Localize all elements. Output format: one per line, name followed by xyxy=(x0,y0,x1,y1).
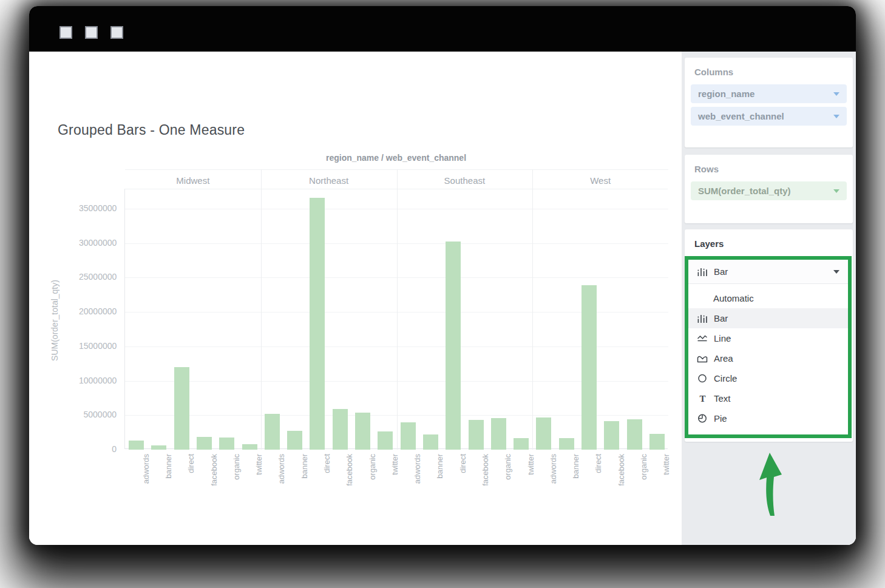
x-tick-label: direct xyxy=(458,454,468,493)
chevron-down-icon xyxy=(833,270,839,274)
bar[interactable] xyxy=(242,444,257,450)
x-tick-label: direct xyxy=(322,454,332,493)
window-control-button[interactable] xyxy=(59,26,72,39)
bar[interactable] xyxy=(333,409,348,450)
x-tick-label: banner xyxy=(164,454,174,493)
facet-axis-title: region_name / web_event_channel xyxy=(124,153,668,163)
layer-type-select[interactable]: Bar xyxy=(688,260,848,284)
bar[interactable] xyxy=(446,242,461,450)
x-tick-label: twitter xyxy=(526,454,536,493)
bar-icon xyxy=(697,267,708,277)
layer-menu-item-label: Text xyxy=(714,393,731,404)
x-tick-label: direct xyxy=(186,454,196,493)
bar[interactable] xyxy=(151,445,166,450)
x-tick-label: twitter xyxy=(254,454,264,493)
line-icon xyxy=(697,334,708,342)
bar[interactable] xyxy=(174,367,189,450)
field-pill-label: region_name xyxy=(698,89,833,99)
chevron-down-icon[interactable] xyxy=(833,189,839,193)
x-tick-label: twitter xyxy=(390,454,400,493)
facet-group-label: West xyxy=(532,171,668,191)
layers-header: Layers xyxy=(685,229,853,256)
field-pill-web-event-channel[interactable]: web_event_channel xyxy=(691,107,847,126)
columns-card: Columns region_nameweb_event_channel xyxy=(685,58,853,147)
layer-menu-item-pie[interactable]: Pie xyxy=(688,408,848,428)
x-tick-label: banner xyxy=(300,454,310,493)
bar[interactable] xyxy=(197,437,212,450)
facet-separator xyxy=(397,169,398,450)
app-window: Grouped Bars - One Measure region_name /… xyxy=(29,6,856,545)
bar[interactable] xyxy=(355,413,370,450)
x-tick-label: twitter xyxy=(662,454,671,493)
field-pill-region-name[interactable]: region_name xyxy=(691,84,847,103)
bar[interactable] xyxy=(627,419,642,450)
bar[interactable] xyxy=(378,431,393,450)
facet-group-label: Midwest xyxy=(125,171,261,191)
y-tick-label: 15000000 xyxy=(79,341,117,351)
layer-menu-item-label: Area xyxy=(714,353,733,363)
facet-separator xyxy=(532,169,533,450)
y-tick-label: 35000000 xyxy=(79,203,117,213)
layer-type-selected-label: Bar xyxy=(714,266,827,277)
layer-menu-item-label: Automatic xyxy=(713,293,754,303)
page-title: Grouped Bars - One Measure xyxy=(58,122,245,138)
bar[interactable] xyxy=(514,438,529,450)
layer-menu-item-label: Bar xyxy=(714,313,728,323)
facet-group-label: Northeast xyxy=(261,171,397,191)
bar[interactable] xyxy=(536,417,551,450)
bar[interactable] xyxy=(129,441,144,450)
chevron-down-icon[interactable] xyxy=(833,115,839,118)
bar[interactable] xyxy=(491,418,506,450)
x-tick-label: adwords xyxy=(549,454,558,493)
layer-menu-item-automatic[interactable]: Automatic xyxy=(688,288,848,308)
bar[interactable] xyxy=(401,422,416,450)
tutorial-arrow-icon xyxy=(758,451,785,517)
x-tick-label: facebook xyxy=(481,454,490,493)
y-tick-label: 25000000 xyxy=(79,272,117,282)
rows-header: Rows xyxy=(685,155,853,181)
x-tick-label: facebook xyxy=(209,454,219,493)
chevron-down-icon[interactable] xyxy=(833,92,839,96)
layer-menu-item-line[interactable]: Line xyxy=(688,328,848,348)
x-tick-label: direct xyxy=(594,454,603,493)
bar[interactable] xyxy=(649,434,665,450)
window-control-button[interactable] xyxy=(110,26,123,39)
desktop-background: Grouped Bars - One Measure region_name /… xyxy=(0,0,885,588)
bar[interactable] xyxy=(559,438,574,450)
x-tick-label: organic xyxy=(232,454,242,493)
x-tick-label: organic xyxy=(368,454,378,493)
area-icon xyxy=(697,354,708,363)
circle-icon xyxy=(697,374,708,383)
field-pill-label: web_event_channel xyxy=(698,111,833,121)
bar[interactable] xyxy=(265,414,280,450)
field-pill-sum-order-total-qty-[interactable]: SUM(order_total_qty) xyxy=(691,181,847,200)
pie-icon xyxy=(697,414,708,423)
x-tick-label: adwords xyxy=(277,454,287,493)
layer-menu-item-area[interactable]: Area xyxy=(688,348,848,368)
svg-text:T: T xyxy=(699,394,705,403)
bar[interactable] xyxy=(604,421,619,450)
layer-menu-item-label: Line xyxy=(714,333,731,343)
bar[interactable] xyxy=(287,431,302,450)
layer-menu-item-text[interactable]: TText xyxy=(688,388,848,408)
bar[interactable] xyxy=(423,434,438,450)
layer-menu-item-bar[interactable]: Bar xyxy=(688,308,848,328)
bar[interactable] xyxy=(582,285,597,450)
layer-type-menu: AutomaticBarLineAreaCircleTTextPie xyxy=(688,284,848,434)
x-tick-label: banner xyxy=(435,454,445,493)
tutorial-highlight-box: Bar AutomaticBarLineAreaCircleTTextPie xyxy=(685,256,852,438)
field-pill-label: SUM(order_total_qty) xyxy=(698,186,833,196)
x-tick-label: adwords xyxy=(413,454,422,493)
x-tick-label: organic xyxy=(639,454,649,493)
bar[interactable] xyxy=(310,198,325,450)
y-tick-label: 5000000 xyxy=(79,410,117,419)
layer-menu-item-label: Circle xyxy=(714,373,737,384)
y-tick-label: 10000000 xyxy=(79,376,117,385)
y-tick-label: 0 xyxy=(79,444,117,454)
bar[interactable] xyxy=(469,420,484,450)
window-control-button[interactable] xyxy=(85,26,98,39)
columns-header: Columns xyxy=(685,58,853,84)
y-tick-label: 30000000 xyxy=(79,238,117,248)
bar[interactable] xyxy=(219,438,234,450)
layer-menu-item-circle[interactable]: Circle xyxy=(688,368,848,388)
